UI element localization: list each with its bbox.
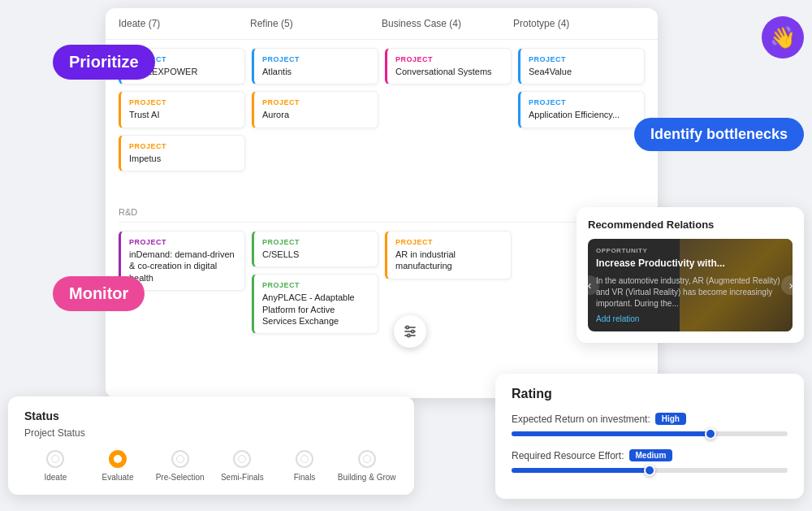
card-type: PROJECT [262,238,369,246]
card-title: Atlantis [262,66,369,77]
step-building-grow: Building & Grow [335,450,398,482]
rating-label-effort: Required Resource Effort: Medium [512,449,788,461]
card-sea4value[interactable]: PROJECT Sea4Value [518,48,645,84]
card-atlantis[interactable]: PROJECT Atlantis [252,48,378,84]
step-evaluate: Evaluate [87,450,149,482]
card-type: PROJECT [395,55,503,63]
card-title: Aurora [262,109,369,120]
step-circle-finals [296,450,313,468]
card-trust-ai[interactable]: PROJECT Trust AI [119,91,245,128]
slider-track-roi[interactable] [512,431,788,436]
status-steps: Ideate Evaluate Pre-Selection Semi-Final… [24,450,398,482]
relation-card-title: Increase Productivity with... [596,258,784,271]
card-csells[interactable]: PROJECT C/SELLS [252,231,378,267]
status-subtitle: Project Status [24,427,398,439]
card-title: AR in industrial manufacturing [395,249,503,272]
card-conv-systems[interactable]: PROJECT Conversational Systems [385,48,512,84]
col-header-3: Prototype (4) [513,18,645,29]
relations-title: Recommended Relations [588,219,793,231]
rating-badge-high: High [655,413,686,425]
rating-item-roi: Expected Return on investment: High [512,413,788,436]
relations-panel: Recommended Relations OPPORTUNITY Increa… [577,207,804,343]
rating-panel: Rating Expected Return on investment: Hi… [495,374,804,499]
card-app-efficiency[interactable]: PROJECT Application Efficiency... [518,91,645,128]
card-title: Application Efficiency... [529,109,636,120]
step-circle-semifinals [233,450,251,468]
step-circle-building-grow [358,450,376,468]
rating-badge-medium: Medium [629,449,673,461]
rating-title: Rating [512,387,788,401]
card-type: PROJECT [262,98,369,106]
step-label-evaluate: Evaluate [102,473,134,482]
step-semifinals: Semi-Finals [211,450,274,482]
add-relation-link[interactable]: Add relation [596,314,784,323]
card-type: PROJECT [262,55,369,63]
card-title: Conversational Systems [395,66,503,77]
card-impetus[interactable]: PROJECT Impetus [119,135,245,171]
step-label-building-grow: Building & Grow [338,473,396,482]
kanban-col-1: PROJECT Atlantis PROJECT Aurora [252,48,378,194]
slider-thumb-effort[interactable] [644,465,655,476]
kanban-col-2: PROJECT Conversational Systems [385,48,512,194]
card-type: PROJECT [129,142,236,150]
card-type: PROJECT [129,98,236,106]
step-label-ideate: Ideate [44,473,67,482]
kanban-col2-2: PROJECT AR in industrial manufacturing [385,231,512,382]
svg-point-5 [408,334,410,336]
card-title: AnyPLACE - Adaptable Platform for Active… [262,292,369,327]
card-type: PROJECT [395,238,503,246]
card-title: inDemand: demand-driven & co-creation in… [129,249,236,284]
card-title: Impetus [129,153,236,164]
step-preselection: Pre-Selection [149,450,211,482]
kanban-row2: PROJECT inDemand: demand-driven & co-cre… [106,227,658,390]
rd-section: R&D [106,202,658,227]
filter-button[interactable] [394,315,426,348]
relation-card-content: OPPORTUNITY Increase Productivity with..… [588,239,793,331]
card-ar-industrial[interactable]: PROJECT AR in industrial manufacturing [385,231,512,279]
kanban-col2-1: PROJECT C/SELLS PROJECT AnyPLACE - Adapt… [252,231,378,382]
card-type: PROJECT [529,55,636,63]
step-label-preselection: Pre-Selection [156,473,205,482]
step-label-semifinals: Semi-Finals [221,473,264,482]
step-ideate: Ideate [24,450,87,482]
kanban-col-3: PROJECT Sea4Value PROJECT Application Ef… [518,48,645,194]
slider-fill-roi [512,431,710,436]
col-header-1: Refine (5) [250,18,382,29]
slider-thumb-roi[interactable] [705,428,716,440]
svg-point-3 [406,326,408,328]
card-type: PROJECT [262,281,369,289]
tooltip-prioritize: Prioritize [53,45,155,80]
card-title: C/SELLS [262,249,369,260]
kanban-header: Ideate (7) Refine (5) Business Case (4) … [106,8,658,40]
step-circle-preselection [171,450,189,468]
col-header-0: Ideate (7) [119,18,250,29]
card-type: PROJECT [129,238,236,246]
rating-item-effort: Required Resource Effort: Medium [512,449,788,473]
slider-track-effort[interactable] [512,468,788,473]
step-label-finals: Finals [294,473,316,482]
rating-label-roi: Expected Return on investment: High [512,413,788,425]
card-title: Trust AI [129,109,236,120]
card-title: Sea4Value [529,66,636,77]
relation-card[interactable]: OPPORTUNITY Increase Productivity with..… [588,239,793,331]
kanban-board: Ideate (7) Refine (5) Business Case (4) … [106,8,658,398]
col-header-2: Business Case (4) [382,18,513,29]
tooltip-monitor: Monitor [53,276,145,311]
tooltip-bottlenecks: Identify bottlenecks [634,118,804,151]
hand-icon: 👋 [762,16,804,58]
step-circle-ideate [46,450,64,468]
status-panel: Status Project Status Ideate Evaluate Pr… [8,396,414,495]
card-aurora[interactable]: PROJECT Aurora [252,91,378,128]
kanban-row1: PROJECT HYFLEXPOWER PROJECT Trust AI PRO… [106,40,658,202]
card-anyplace[interactable]: PROJECT AnyPLACE - Adaptable Platform fo… [252,274,378,334]
section-label-rd: R&D [119,204,645,219]
status-title: Status [24,409,398,422]
svg-point-4 [412,330,414,332]
relation-desc: In the automotive industry, AR (Augmente… [596,275,784,310]
filter-icon [402,323,418,340]
relation-type: OPPORTUNITY [596,247,784,254]
step-circle-evaluate [109,450,127,468]
step-finals: Finals [274,450,336,482]
card-type: PROJECT [529,98,636,106]
slider-fill-effort [512,468,650,473]
